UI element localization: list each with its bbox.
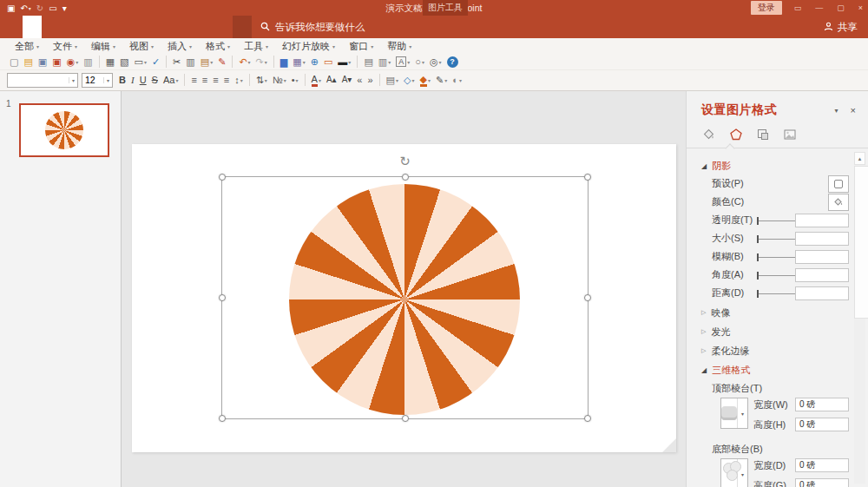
- minimize-button[interactable]: —: [815, 0, 823, 16]
- save-as-icon[interactable]: ▣: [49, 55, 63, 69]
- slider-track[interactable]: [757, 214, 795, 227]
- top-bevel-height-input[interactable]: [795, 418, 849, 431]
- undo-icon[interactable]: ↶▾: [20, 3, 30, 13]
- help-icon[interactable]: ?: [444, 55, 461, 69]
- pane-options-button[interactable]: ▾: [835, 107, 838, 115]
- paste-icon[interactable]: ▤▾: [198, 55, 215, 69]
- chart-icon[interactable]: ▆: [278, 55, 290, 69]
- change-case-icon[interactable]: Aa▾: [161, 73, 181, 87]
- shadow-section-header[interactable]: ◢ 阴影: [701, 157, 849, 174]
- soft-edges-section[interactable]: ▷ 柔化边缘: [701, 342, 849, 359]
- cut-icon[interactable]: ✂: [170, 55, 183, 69]
- shadow-preset-button[interactable]: [828, 175, 849, 193]
- slider-track[interactable]: [757, 269, 795, 281]
- strikethrough-icon[interactable]: S: [149, 73, 161, 87]
- slider-thumb[interactable]: [757, 290, 759, 298]
- save-icon[interactable]: ▣: [36, 55, 49, 69]
- menu-insert[interactable]: 插入▾: [161, 40, 198, 53]
- increase-font-icon[interactable]: A▴: [324, 73, 339, 87]
- customize-qat-icon[interactable]: ▾: [62, 3, 67, 13]
- start-slideshow-icon[interactable]: ▭: [49, 3, 56, 13]
- zoom-icon[interactable]: ◎▾: [427, 55, 444, 69]
- menu-slideshow[interactable]: 幻灯片放映▾: [276, 40, 341, 53]
- tell-me-search[interactable]: 告诉我你想要做什么: [260, 16, 365, 38]
- ribbon-display-options-button[interactable]: ▭: [794, 0, 802, 16]
- share-button[interactable]: 共享: [824, 16, 868, 38]
- slider-track[interactable]: [757, 287, 795, 299]
- scrollbar-thumb[interactable]: [854, 166, 868, 319]
- sign-in-button[interactable]: 登录: [751, 1, 782, 15]
- resize-handle-s[interactable]: [402, 415, 409, 422]
- value-input[interactable]: [795, 250, 849, 264]
- menu-file[interactable]: 文件▾: [47, 40, 83, 53]
- maximize-button[interactable]: ▢: [837, 0, 845, 16]
- tab-view[interactable]: [175, 16, 194, 38]
- bottom-bevel-picker[interactable]: ▾: [720, 458, 748, 487]
- top-bevel-picker[interactable]: ▾: [720, 398, 748, 429]
- decrease-font-icon[interactable]: A▾: [339, 73, 355, 87]
- tab-design[interactable]: [80, 16, 99, 38]
- menu-all[interactable]: 全部▾: [9, 40, 45, 53]
- picture-tab-icon[interactable]: [782, 127, 798, 142]
- tab-file[interactable]: [3, 16, 23, 38]
- fill-black-icon[interactable]: ▬▾: [335, 55, 353, 69]
- tab-insert[interactable]: [61, 16, 80, 38]
- effects-tab-icon[interactable]: [728, 127, 744, 142]
- align-left-icon[interactable]: ≡: [188, 73, 199, 87]
- tab-slideshow[interactable]: [137, 16, 156, 38]
- shape-fill-icon[interactable]: ◆▾: [418, 73, 433, 87]
- italic-icon[interactable]: I: [128, 73, 137, 87]
- slider-thumb[interactable]: [757, 217, 759, 225]
- slide-layout-icon[interactable]: ▤: [361, 55, 375, 69]
- menu-format[interactable]: 格式▾: [200, 40, 236, 53]
- line-spacing-icon[interactable]: ↕▾: [232, 73, 246, 87]
- threed-format-section-header[interactable]: ◢ 三维格式: [701, 361, 849, 378]
- pane-close-button[interactable]: ×: [851, 105, 856, 115]
- page-setup-icon[interactable]: ▭▾: [131, 55, 148, 69]
- value-input[interactable]: [795, 232, 849, 246]
- slide-show-setup-icon[interactable]: ▥▾: [376, 55, 393, 69]
- copy-icon[interactable]: ▥: [183, 55, 197, 69]
- value-input[interactable]: [795, 268, 849, 282]
- text-box-icon[interactable]: A▾: [393, 55, 412, 69]
- slider-track[interactable]: [757, 251, 795, 263]
- tab-classic-menu[interactable]: [23, 16, 42, 38]
- format-painter-icon[interactable]: ✎: [215, 55, 228, 69]
- tab-help[interactable]: [214, 16, 233, 38]
- font-name-combo[interactable]: ▾: [7, 73, 78, 88]
- font-color-icon[interactable]: A▾: [309, 73, 324, 87]
- decrease-indent-icon[interactable]: «: [354, 73, 365, 87]
- menu-view[interactable]: 视图▾: [123, 40, 160, 53]
- shape-outline-icon[interactable]: ✎▾: [433, 73, 450, 87]
- slider-thumb[interactable]: [757, 272, 759, 280]
- spelling-icon[interactable]: ✓: [149, 55, 162, 69]
- align-right-icon[interactable]: ≡: [210, 73, 220, 87]
- menu-window[interactable]: 窗口▾: [343, 40, 379, 53]
- tab-home[interactable]: [42, 16, 61, 38]
- slider-thumb[interactable]: [757, 235, 759, 243]
- shapes-icon[interactable]: ◇▾: [401, 73, 417, 87]
- shape-effects-icon[interactable]: ◐▾: [450, 73, 464, 87]
- bottom-bevel-width-input[interactable]: [795, 458, 849, 472]
- text-direction-icon[interactable]: ⇅▾: [253, 73, 270, 87]
- glow-section[interactable]: ▷ 发光: [701, 323, 849, 340]
- themes-icon[interactable]: ▤▾: [384, 73, 401, 87]
- rotate-handle[interactable]: ↻: [399, 155, 411, 168]
- size-properties-tab-icon[interactable]: [755, 127, 771, 142]
- open-icon[interactable]: ▤: [21, 55, 35, 69]
- save-icon[interactable]: ▣: [7, 3, 15, 13]
- resize-handle-nw[interactable]: [219, 174, 226, 181]
- value-input[interactable]: [795, 286, 849, 300]
- tab-format[interactable]: [233, 16, 252, 38]
- slider-track[interactable]: [757, 233, 795, 245]
- numbering-icon[interactable]: №▾: [270, 73, 289, 87]
- slider-thumb[interactable]: [757, 253, 759, 261]
- resize-handle-sw[interactable]: [219, 415, 226, 422]
- callout-icon[interactable]: ○▾: [412, 55, 427, 69]
- underline-icon[interactable]: U: [137, 73, 149, 87]
- increase-indent-icon[interactable]: »: [365, 73, 375, 87]
- pane-scrollbar[interactable]: ▲: [854, 152, 865, 484]
- menu-help[interactable]: 帮助▾: [381, 40, 418, 53]
- tab-developer[interactable]: [194, 16, 214, 38]
- scroll-up-button[interactable]: ▲: [854, 152, 865, 165]
